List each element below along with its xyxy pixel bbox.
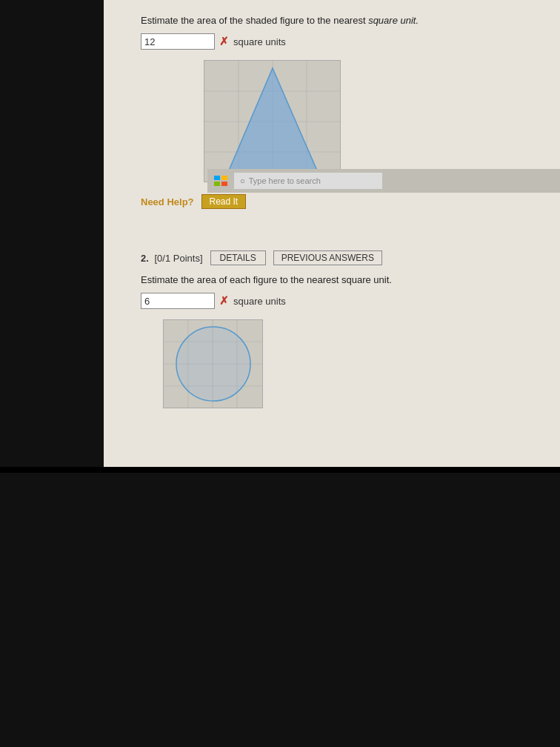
- dark-bottom-area: [0, 473, 560, 747]
- screen-area: Estimate the area of the shaded figure t…: [104, 0, 560, 467]
- svg-marker-6: [227, 68, 319, 176]
- content-area: Estimate the area of the shaded figure t…: [104, 0, 560, 467]
- taskbar: ○ Type here to search ○ ⊞ 🌐: [207, 169, 560, 193]
- q2-circle-svg: [164, 319, 262, 408]
- start-button[interactable]: [213, 173, 228, 188]
- q1-unit-text: square units: [233, 36, 286, 47]
- q2-number: 2. [0/1 Points]: [141, 253, 203, 264]
- q2-question-text: Estimate the area of each figure to the …: [141, 274, 538, 285]
- question-1-section: Estimate the area of the shaded figure t…: [141, 15, 538, 245]
- q1-answer-row: ✗ square units: [141, 33, 538, 50]
- q1-answer-input[interactable]: [141, 33, 215, 50]
- svg-rect-17: [221, 182, 227, 186]
- q2-answer-input[interactable]: [141, 293, 215, 309]
- svg-rect-16: [214, 182, 220, 186]
- details-button[interactable]: DETAILS: [210, 250, 266, 265]
- search-placeholder-text: Type here to search: [249, 176, 321, 185]
- start-icon: [214, 176, 227, 186]
- q2-header: 2. [0/1 Points] DETAILS PREVIOUS ANSWERS: [141, 250, 538, 265]
- q1-figure: [204, 60, 341, 182]
- q2-wrong-mark: ✗: [219, 294, 229, 308]
- svg-rect-15: [221, 176, 227, 180]
- svg-rect-14: [214, 176, 220, 180]
- dark-left-border: [0, 0, 104, 467]
- q1-grid-svg: [204, 61, 341, 182]
- need-help-label: Need Help?: [141, 196, 194, 208]
- q2-figure: [163, 319, 263, 408]
- q1-wrong-mark: ✗: [219, 35, 229, 48]
- svg-point-13: [176, 327, 250, 401]
- search-icon: ○: [240, 176, 245, 185]
- previous-answers-button[interactable]: PREVIOUS ANSWERS: [273, 250, 382, 265]
- read-it-button[interactable]: Read It: [201, 194, 247, 209]
- q2-answer-row: ✗ square units: [141, 293, 538, 309]
- q2-unit-text: square units: [233, 296, 286, 307]
- question-2-section: 2. [0/1 Points] DETAILS PREVIOUS ANSWERS…: [141, 245, 538, 408]
- search-bar[interactable]: ○ Type here to search: [234, 173, 382, 189]
- q1-question-text: Estimate the area of the shaded figure t…: [141, 15, 538, 26]
- need-help-row: Need Help? Read It: [141, 194, 538, 209]
